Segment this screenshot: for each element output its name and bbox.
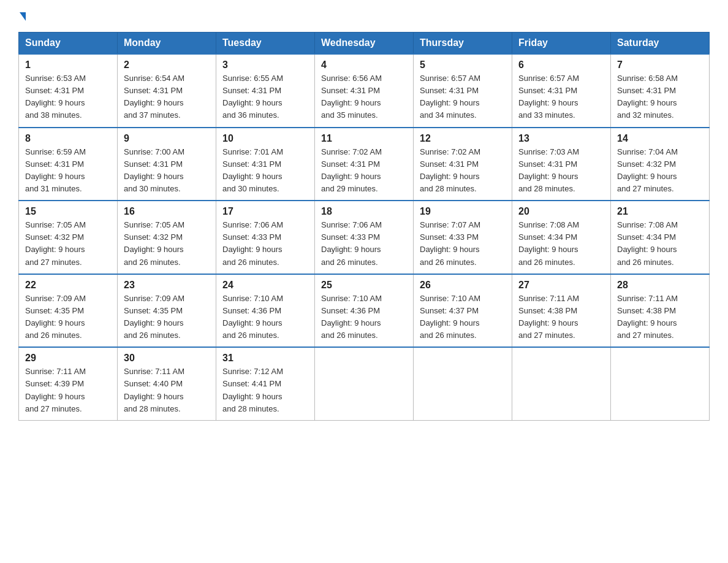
calendar-cell: 31 Sunrise: 7:12 AM Sunset: 4:41 PM Dayl… [216, 347, 315, 420]
day-info: Sunrise: 7:04 AM Sunset: 4:32 PM Dayligh… [617, 146, 703, 196]
day-number: 6 [518, 59, 604, 71]
day-info: Sunrise: 7:11 AM Sunset: 4:39 PM Dayligh… [25, 366, 111, 415]
day-number: 23 [124, 280, 210, 291]
calendar-cell: 8 Sunrise: 6:59 AM Sunset: 4:31 PM Dayli… [19, 128, 118, 201]
day-number: 10 [222, 133, 308, 144]
day-number: 21 [617, 206, 703, 217]
day-number: 29 [25, 353, 111, 364]
day-number: 5 [420, 59, 506, 71]
calendar-cell: 24 Sunrise: 7:10 AM Sunset: 4:36 PM Dayl… [216, 274, 315, 348]
logo [18, 12, 26, 21]
calendar-cell: 20 Sunrise: 7:08 AM Sunset: 4:34 PM Dayl… [512, 201, 611, 274]
day-number: 3 [222, 59, 308, 71]
day-info: Sunrise: 6:57 AM Sunset: 4:31 PM Dayligh… [420, 72, 506, 122]
day-info: Sunrise: 6:54 AM Sunset: 4:31 PM Dayligh… [124, 72, 210, 122]
calendar-cell: 23 Sunrise: 7:09 AM Sunset: 4:35 PM Dayl… [118, 274, 216, 348]
day-info: Sunrise: 7:11 AM Sunset: 4:38 PM Dayligh… [518, 293, 604, 342]
day-number: 8 [25, 133, 111, 144]
day-info: Sunrise: 7:07 AM Sunset: 4:33 PM Dayligh… [420, 219, 506, 269]
day-info: Sunrise: 7:09 AM Sunset: 4:35 PM Dayligh… [124, 293, 210, 342]
day-number: 28 [617, 280, 703, 291]
day-number: 9 [124, 133, 210, 144]
day-info: Sunrise: 7:06 AM Sunset: 4:33 PM Dayligh… [321, 219, 407, 269]
day-info: Sunrise: 6:58 AM Sunset: 4:31 PM Dayligh… [617, 72, 703, 122]
calendar-cell: 14 Sunrise: 7:04 AM Sunset: 4:32 PM Dayl… [611, 128, 710, 201]
day-info: Sunrise: 7:08 AM Sunset: 4:34 PM Dayligh… [617, 219, 703, 269]
calendar-cell: 6 Sunrise: 6:57 AM Sunset: 4:31 PM Dayli… [512, 54, 611, 128]
calendar-header: SundayMondayTuesdayWednesdayThursdayFrid… [19, 33, 710, 55]
calendar-cell: 7 Sunrise: 6:58 AM Sunset: 4:31 PM Dayli… [611, 54, 710, 128]
day-number: 7 [617, 59, 703, 71]
calendar-cell: 28 Sunrise: 7:11 AM Sunset: 4:38 PM Dayl… [611, 274, 710, 348]
calendar-cell: 12 Sunrise: 7:02 AM Sunset: 4:31 PM Dayl… [414, 128, 512, 201]
logo-triangle-icon [20, 12, 26, 21]
day-number: 11 [321, 133, 407, 144]
header-wednesday: Wednesday [315, 33, 414, 55]
header-tuesday: Tuesday [216, 33, 315, 55]
day-number: 13 [518, 133, 604, 144]
page-header [18, 12, 710, 21]
day-number: 15 [25, 206, 111, 217]
calendar-cell: 18 Sunrise: 7:06 AM Sunset: 4:33 PM Dayl… [315, 201, 414, 274]
calendar-cell: 1 Sunrise: 6:53 AM Sunset: 4:31 PM Dayli… [19, 54, 118, 128]
calendar-body: 1 Sunrise: 6:53 AM Sunset: 4:31 PM Dayli… [19, 54, 710, 420]
day-number: 30 [124, 353, 210, 364]
header-saturday: Saturday [611, 33, 710, 55]
calendar-cell: 9 Sunrise: 7:00 AM Sunset: 4:31 PM Dayli… [118, 128, 216, 201]
calendar-cell [315, 347, 414, 420]
day-info: Sunrise: 7:11 AM Sunset: 4:40 PM Dayligh… [124, 366, 210, 415]
day-info: Sunrise: 6:59 AM Sunset: 4:31 PM Dayligh… [25, 146, 111, 196]
calendar-cell: 30 Sunrise: 7:11 AM Sunset: 4:40 PM Dayl… [118, 347, 216, 420]
day-info: Sunrise: 7:02 AM Sunset: 4:31 PM Dayligh… [420, 146, 506, 196]
day-info: Sunrise: 7:10 AM Sunset: 4:36 PM Dayligh… [222, 293, 308, 342]
day-info: Sunrise: 7:06 AM Sunset: 4:33 PM Dayligh… [222, 219, 308, 269]
day-info: Sunrise: 7:02 AM Sunset: 4:31 PM Dayligh… [321, 146, 407, 196]
week-row-2: 8 Sunrise: 6:59 AM Sunset: 4:31 PM Dayli… [19, 128, 710, 201]
day-number: 20 [518, 206, 604, 217]
calendar-cell: 25 Sunrise: 7:10 AM Sunset: 4:36 PM Dayl… [315, 274, 414, 348]
day-info: Sunrise: 7:05 AM Sunset: 4:32 PM Dayligh… [124, 219, 210, 269]
day-info: Sunrise: 7:10 AM Sunset: 4:37 PM Dayligh… [420, 293, 506, 342]
calendar-cell: 16 Sunrise: 7:05 AM Sunset: 4:32 PM Dayl… [118, 201, 216, 274]
day-info: Sunrise: 7:01 AM Sunset: 4:31 PM Dayligh… [222, 146, 308, 196]
day-number: 26 [420, 280, 506, 291]
day-info: Sunrise: 7:10 AM Sunset: 4:36 PM Dayligh… [321, 293, 407, 342]
day-info: Sunrise: 7:00 AM Sunset: 4:31 PM Dayligh… [124, 146, 210, 196]
day-number: 14 [617, 133, 703, 144]
calendar-table: SundayMondayTuesdayWednesdayThursdayFrid… [18, 32, 710, 421]
day-info: Sunrise: 7:11 AM Sunset: 4:38 PM Dayligh… [617, 293, 703, 342]
day-info: Sunrise: 7:03 AM Sunset: 4:31 PM Dayligh… [518, 146, 604, 196]
day-info: Sunrise: 7:05 AM Sunset: 4:32 PM Dayligh… [25, 219, 111, 269]
day-info: Sunrise: 6:53 AM Sunset: 4:31 PM Dayligh… [25, 72, 111, 122]
calendar-cell: 4 Sunrise: 6:56 AM Sunset: 4:31 PM Dayli… [315, 54, 414, 128]
week-row-3: 15 Sunrise: 7:05 AM Sunset: 4:32 PM Dayl… [19, 201, 710, 274]
day-info: Sunrise: 7:12 AM Sunset: 4:41 PM Dayligh… [222, 366, 308, 415]
day-info: Sunrise: 6:57 AM Sunset: 4:31 PM Dayligh… [518, 72, 604, 122]
calendar-cell: 22 Sunrise: 7:09 AM Sunset: 4:35 PM Dayl… [19, 274, 118, 348]
calendar-cell: 11 Sunrise: 7:02 AM Sunset: 4:31 PM Dayl… [315, 128, 414, 201]
day-number: 4 [321, 59, 407, 71]
header-thursday: Thursday [414, 33, 512, 55]
day-number: 25 [321, 280, 407, 291]
calendar-cell: 13 Sunrise: 7:03 AM Sunset: 4:31 PM Dayl… [512, 128, 611, 201]
calendar-cell: 21 Sunrise: 7:08 AM Sunset: 4:34 PM Dayl… [611, 201, 710, 274]
calendar-cell [611, 347, 710, 420]
day-number: 2 [124, 59, 210, 71]
header-sunday: Sunday [19, 33, 118, 55]
day-number: 17 [222, 206, 308, 217]
calendar-cell: 3 Sunrise: 6:55 AM Sunset: 4:31 PM Dayli… [216, 54, 315, 128]
calendar-cell: 5 Sunrise: 6:57 AM Sunset: 4:31 PM Dayli… [414, 54, 512, 128]
calendar-cell: 26 Sunrise: 7:10 AM Sunset: 4:37 PM Dayl… [414, 274, 512, 348]
header-row: SundayMondayTuesdayWednesdayThursdayFrid… [19, 33, 710, 55]
header-friday: Friday [512, 33, 611, 55]
calendar-cell: 17 Sunrise: 7:06 AM Sunset: 4:33 PM Dayl… [216, 201, 315, 274]
calendar-cell: 2 Sunrise: 6:54 AM Sunset: 4:31 PM Dayli… [118, 54, 216, 128]
day-info: Sunrise: 7:09 AM Sunset: 4:35 PM Dayligh… [25, 293, 111, 342]
week-row-1: 1 Sunrise: 6:53 AM Sunset: 4:31 PM Dayli… [19, 54, 710, 128]
day-number: 1 [25, 59, 111, 71]
day-info: Sunrise: 6:55 AM Sunset: 4:31 PM Dayligh… [222, 72, 308, 122]
day-number: 24 [222, 280, 308, 291]
calendar-cell: 15 Sunrise: 7:05 AM Sunset: 4:32 PM Dayl… [19, 201, 118, 274]
calendar-cell: 27 Sunrise: 7:11 AM Sunset: 4:38 PM Dayl… [512, 274, 611, 348]
day-number: 31 [222, 353, 308, 364]
